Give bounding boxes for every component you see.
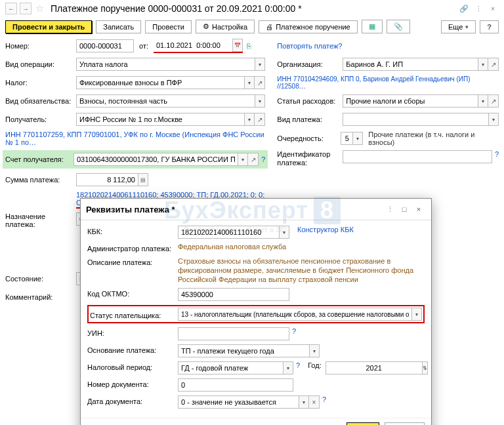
acct-open-icon[interactable]: ↗ — [248, 153, 259, 166]
date-calendar-icon[interactable]: 📅 — [232, 39, 243, 52]
admin-label: Администратор платежа: — [87, 243, 178, 253]
recv-label: Получатель: — [5, 115, 76, 123]
state-label: Состояние: — [5, 275, 76, 283]
docdate-label: Дата документа: — [87, 395, 178, 405]
close-window-icon[interactable]: × — [487, 3, 499, 14]
repeat-payment-link[interactable]: Повторять платеж? — [277, 42, 342, 50]
kbk-dd[interactable]: ▾ — [279, 226, 289, 239]
attach-button[interactable] — [387, 20, 410, 33]
uin-help-icon[interactable]: ? — [292, 327, 296, 335]
order-input[interactable] — [341, 132, 352, 145]
docdate-help-icon[interactable]: ? — [322, 395, 326, 403]
tax-open-icon[interactable]: ↗ — [255, 76, 265, 89]
print-button[interactable]: Платежное поручение — [259, 20, 358, 33]
basis-label: Основание платежа: — [87, 344, 178, 354]
payid-help-icon[interactable]: ? — [495, 150, 499, 158]
acct-label: Счет получателя: — [5, 155, 74, 163]
order-note: Прочие платежи (в т.ч. налоги и взносы) — [368, 131, 499, 146]
setup-button[interactable]: Настройка — [196, 20, 255, 33]
acct-help-icon[interactable]: ? — [261, 155, 265, 163]
date-extra-icon[interactable]: ⎘ — [247, 42, 251, 50]
docdate-dd[interactable]: ▾ — [299, 395, 309, 409]
kbk-input[interactable] — [178, 226, 279, 239]
modal-close-icon[interactable]: × — [411, 203, 426, 216]
org-open-icon[interactable]: ↗ — [488, 58, 499, 71]
sum-input[interactable] — [76, 173, 138, 186]
docnum-input[interactable] — [178, 378, 293, 392]
optype-dd[interactable]: ▾ — [255, 58, 265, 71]
basis-input[interactable] — [178, 344, 309, 357]
oblig-dd[interactable]: ▾ — [255, 94, 265, 108]
org-input[interactable] — [343, 58, 478, 71]
tax-input[interactable] — [76, 76, 244, 89]
status-input[interactable] — [178, 308, 411, 321]
recv-details-link[interactable]: ИНН 7701107259, КПП 770901001, УФК по г.… — [5, 131, 265, 146]
org-dd[interactable]: ▾ — [478, 58, 488, 71]
payid-input[interactable] — [343, 150, 492, 163]
order-label: Очередность: — [277, 134, 341, 142]
acct-dd[interactable]: ▾ — [238, 153, 248, 166]
oblig-label: Вид обязательства: — [5, 97, 76, 105]
date-input[interactable] — [154, 39, 232, 52]
docdate-input[interactable] — [178, 395, 299, 409]
more-button[interactable]: Еще — [441, 20, 476, 33]
comment-label: Комментарий: — [5, 293, 76, 301]
modal-restore-icon[interactable]: □ — [397, 203, 411, 216]
payer-inn-link[interactable]: ИНН 770104294609, КПП 0, Баринов Андрей … — [277, 75, 499, 90]
favorite-star-icon[interactable]: ☆ — [35, 3, 44, 14]
number-input[interactable] — [76, 39, 134, 52]
oktmo-input[interactable] — [178, 288, 289, 301]
kbk-constructor-link[interactable]: Конструктор КБК — [297, 226, 354, 233]
oblig-input[interactable] — [76, 94, 255, 108]
docdate-clear-icon[interactable]: × — [309, 395, 320, 409]
year-spin-icon[interactable]: ⇅ — [422, 361, 428, 374]
number-label: Номер: — [5, 42, 76, 50]
sum-label: Сумма платежа: — [5, 176, 76, 184]
payid-label: Идентификатор платежа: — [277, 150, 343, 167]
order-dd[interactable]: ▾ — [352, 132, 363, 145]
expitem-open-icon[interactable]: ↗ — [488, 94, 499, 108]
modal-cancel-button[interactable]: Отмена — [385, 422, 425, 425]
tax-dd[interactable]: ▾ — [244, 76, 255, 89]
nav-back[interactable]: ← — [5, 3, 17, 14]
link-icon[interactable]: 🔗 — [458, 3, 470, 14]
docnum-label: Номер документа: — [87, 378, 178, 388]
kebab-icon[interactable]: ⋮ — [472, 3, 484, 14]
recv-dd[interactable]: ▾ — [244, 113, 255, 126]
help-icon — [487, 23, 492, 31]
columns-icon — [369, 22, 375, 31]
nav-fwd[interactable]: → — [20, 3, 32, 14]
save-button[interactable]: Записать — [96, 20, 141, 33]
post-and-close-button[interactable]: Провести и закрыть — [5, 20, 92, 33]
window-title: Платежное поручение 0000-000031 от 20.09… — [51, 3, 455, 14]
expitem-dd[interactable]: ▾ — [478, 94, 488, 108]
year-input[interactable] — [326, 361, 422, 374]
paytype-input[interactable] — [343, 113, 488, 126]
post-button[interactable]: Провести — [145, 20, 192, 33]
help-button[interactable] — [480, 20, 499, 33]
tax-label: Налог: — [5, 79, 76, 87]
structure-button[interactable] — [362, 20, 383, 33]
desc-label: Описание платежа: — [87, 256, 178, 266]
recv-open-icon[interactable]: ↗ — [255, 113, 265, 126]
org-label: Организация: — [277, 60, 343, 68]
paytype-label: Вид платежа: — [277, 115, 343, 123]
recv-input[interactable] — [76, 113, 244, 126]
optype-input[interactable] — [76, 58, 255, 71]
uin-input[interactable] — [178, 327, 289, 340]
print-icon — [266, 23, 273, 31]
acct-input[interactable] — [74, 153, 238, 166]
basis-dd[interactable]: ▾ — [309, 344, 320, 357]
status-dd[interactable]: ▾ — [411, 308, 422, 321]
expitem-input[interactable] — [343, 94, 478, 108]
oktmo-label: Код ОКТМО: — [87, 288, 178, 298]
period-label: Налоговый период: — [87, 361, 178, 371]
period-dd[interactable]: ▾ — [283, 361, 293, 374]
modal-ok-button[interactable]: ОК — [346, 422, 379, 425]
period-input[interactable] — [178, 361, 283, 374]
sum-calc-icon[interactable]: ▤ — [138, 173, 148, 186]
paytype-dd[interactable]: ▾ — [488, 113, 499, 126]
period-help-icon[interactable]: ? — [296, 361, 300, 369]
kbk-label: КБК: — [87, 226, 178, 235]
modal-kebab-icon[interactable]: ⋮ — [383, 203, 397, 216]
